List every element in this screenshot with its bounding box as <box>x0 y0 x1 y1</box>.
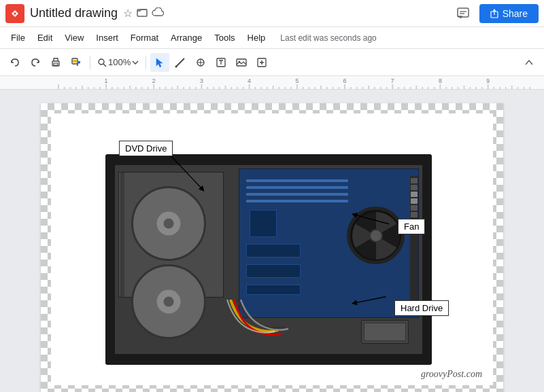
menu-edit[interactable]: Edit <box>32 30 58 46</box>
undo-button[interactable] <box>5 53 24 72</box>
svg-line-12 <box>176 58 184 67</box>
folder-icon[interactable] <box>137 7 148 20</box>
menu-help[interactable]: Help <box>242 30 271 46</box>
canvas-area[interactable]: DVD Drive Fan Hard Drive groovyPost.com <box>0 90 544 392</box>
watermark: groovyPost.com <box>421 369 482 380</box>
computer-image <box>105 154 432 365</box>
zoom-level: 100% <box>108 57 131 67</box>
last-edit-status: Last edit was seconds ago <box>280 33 376 43</box>
separator-2 <box>146 56 146 69</box>
menu-tools[interactable]: Tools <box>209 30 240 46</box>
fan-label[interactable]: Fan <box>398 219 425 234</box>
separator-1 <box>90 56 90 69</box>
comment-button[interactable] <box>452 3 474 24</box>
menu-bar: File Edit View Insert Format Arrange Too… <box>0 27 544 49</box>
ruler-canvas <box>0 76 530 90</box>
svg-line-11 <box>103 64 106 67</box>
hard-drive-label[interactable]: Hard Drive <box>394 300 449 316</box>
title-bar-right: Share <box>452 3 539 24</box>
app-logo[interactable] <box>5 4 24 23</box>
menu-insert[interactable]: Insert <box>90 30 124 46</box>
ruler <box>0 76 544 90</box>
more-tool[interactable] <box>252 53 271 72</box>
svg-rect-2 <box>458 8 469 17</box>
menu-format[interactable]: Format <box>125 30 164 46</box>
share-button[interactable]: Share <box>479 4 539 23</box>
svg-rect-18 <box>237 59 246 66</box>
menu-arrange[interactable]: Arrange <box>165 30 207 46</box>
zoom-dropdown[interactable]: 100% <box>95 53 141 72</box>
svg-rect-8 <box>54 63 58 65</box>
menu-view[interactable]: View <box>59 30 89 46</box>
print-button[interactable] <box>46 53 65 72</box>
cloud-icon[interactable] <box>152 7 164 20</box>
drawing-canvas[interactable]: DVD Drive Fan Hard Drive groovyPost.com <box>41 103 503 392</box>
svg-point-10 <box>99 59 104 65</box>
share-label: Share <box>503 8 528 19</box>
text-tool[interactable] <box>211 53 231 72</box>
line-tool[interactable] <box>171 53 190 72</box>
document-title[interactable]: Untitled drawing <box>30 6 118 20</box>
title-bar: Untitled drawing ☆ Share <box>0 0 544 27</box>
dvd-drive-label[interactable]: DVD Drive <box>119 141 173 156</box>
shape-tool[interactable] <box>191 53 210 72</box>
star-icon[interactable]: ☆ <box>123 7 133 20</box>
image-tool[interactable] <box>232 53 251 72</box>
redo-button[interactable] <box>26 53 45 72</box>
collapse-toolbar-button[interactable] <box>520 53 539 72</box>
svg-point-13 <box>175 65 177 67</box>
menu-file[interactable]: File <box>5 30 31 46</box>
select-tool[interactable] <box>150 53 169 72</box>
paint-format-button[interactable] <box>67 53 86 72</box>
toolbar: 100% <box>0 49 544 76</box>
